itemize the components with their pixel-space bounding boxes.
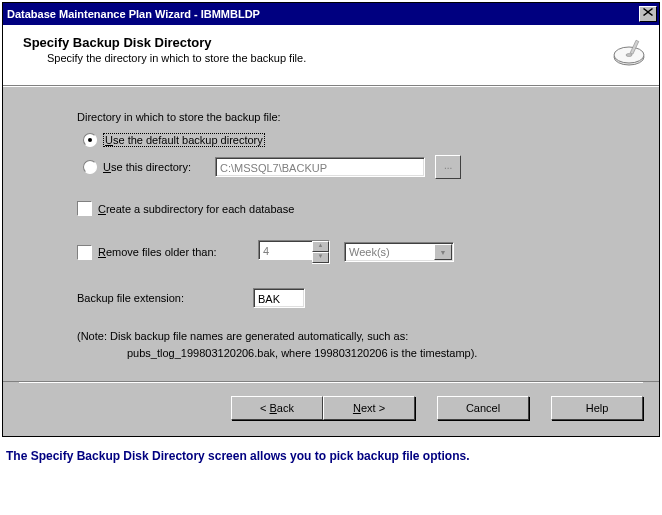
radio-default-directory[interactable] <box>83 133 97 147</box>
spinner-down-button[interactable]: ▼ <box>312 252 329 263</box>
radio-use-directory[interactable] <box>83 160 97 174</box>
disk-icon <box>599 35 647 75</box>
button-bar: < Back Next > Cancel Help <box>3 381 659 436</box>
next-button[interactable]: Next > <box>323 396 415 420</box>
wizard-header: Specify Backup Disk Directory Specify th… <box>3 25 659 86</box>
radio-use-label[interactable]: Use this directory: <box>103 161 191 173</box>
radio-default-label[interactable]: Use the default backup directory <box>103 133 265 147</box>
page-title: Specify Backup Disk Directory <box>23 35 589 50</box>
figure-caption: The Specify Backup Disk Directory screen… <box>0 439 662 477</box>
extension-label: Backup file extension: <box>77 292 217 304</box>
svg-point-2 <box>626 54 632 57</box>
page-subtitle: Specify the directory in which to store … <box>23 52 589 64</box>
subdirectory-checkbox-row: Create a subdirectory for each database <box>77 201 619 216</box>
subdirectory-checkbox[interactable] <box>77 201 92 216</box>
back-button[interactable]: < Back <box>231 396 323 420</box>
subdirectory-label[interactable]: Create a subdirectory for each database <box>98 203 294 215</box>
remove-files-count-input[interactable]: 4 <box>258 240 312 260</box>
cancel-button[interactable]: Cancel <box>437 396 529 420</box>
browse-button[interactable]: ... <box>435 155 461 179</box>
radio-default-directory-row: Use the default backup directory <box>83 133 619 147</box>
note-text: (Note: Disk backup file names are genera… <box>77 328 619 361</box>
radio-use-directory-row: Use this directory: C:\MSSQL7\BACKUP ... <box>83 155 619 179</box>
intro-label: Directory in which to store the backup f… <box>77 111 619 123</box>
wizard-content: Directory in which to store the backup f… <box>3 86 659 381</box>
directory-path-input[interactable]: C:\MSSQL7\BACKUP <box>215 157 425 177</box>
titlebar: Database Maintenance Plan Wizard - IBMMB… <box>3 3 659 25</box>
remove-files-label[interactable]: Remove files older than: <box>98 246 238 258</box>
remove-files-row: Remove files older than: 4 ▲ ▼ Week(s) ▼ <box>77 240 619 264</box>
wizard-window: Database Maintenance Plan Wizard - IBMMB… <box>2 2 660 437</box>
chevron-down-icon[interactable]: ▼ <box>434 244 452 260</box>
remove-files-unit-combo[interactable]: Week(s) ▼ <box>344 242 454 262</box>
remove-files-count-spinner[interactable]: 4 ▲ ▼ <box>258 240 330 264</box>
note-line2: pubs_tlog_199803120206.bak, where 199803… <box>77 345 619 362</box>
spinner-up-button[interactable]: ▲ <box>312 241 329 252</box>
window-title: Database Maintenance Plan Wizard - IBMMB… <box>7 8 260 20</box>
help-button[interactable]: Help <box>551 396 643 420</box>
extension-row: Backup file extension: BAK <box>77 288 619 308</box>
remove-files-checkbox[interactable] <box>77 245 92 260</box>
remove-files-unit-value: Week(s) <box>345 243 433 261</box>
note-line1: (Note: Disk backup file names are genera… <box>77 328 619 345</box>
close-button[interactable] <box>639 6 657 22</box>
extension-input[interactable]: BAK <box>253 288 305 308</box>
